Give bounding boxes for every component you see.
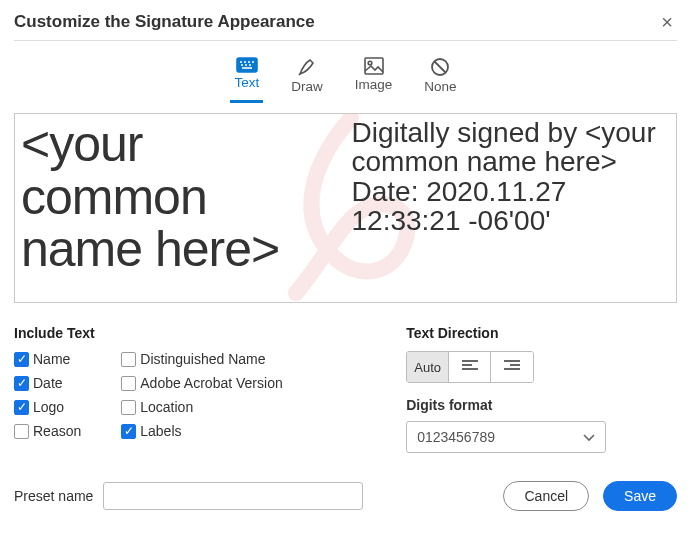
tab-draw[interactable]: Draw: [287, 55, 327, 103]
tab-image[interactable]: Image: [351, 55, 397, 103]
checkbox-date-label: Date: [33, 375, 63, 391]
tab-none-label: None: [424, 79, 456, 94]
text-direction-heading: Text Direction: [406, 325, 677, 341]
check-icon: ✓: [121, 424, 136, 439]
pen-icon: [297, 57, 317, 77]
align-right-icon: [504, 360, 520, 375]
none-icon: [430, 57, 450, 77]
checkbox-name-label: Name: [33, 351, 70, 367]
checkbox-empty-icon: [121, 376, 136, 391]
checkbox-empty-icon: [121, 352, 136, 367]
image-icon: [364, 57, 384, 75]
preview-details-text: Digitally signed by <your common name he…: [346, 114, 677, 302]
save-button[interactable]: Save: [603, 481, 677, 511]
text-direction-auto[interactable]: Auto: [407, 352, 449, 382]
signature-preview: <your common name here> Digitally signed…: [14, 113, 677, 303]
checkbox-dn-label: Distinguished Name: [140, 351, 265, 367]
checkbox-empty-icon: [14, 424, 29, 439]
checkbox-acrobat-version[interactable]: Adobe Acrobat Version: [121, 375, 282, 391]
checkbox-date[interactable]: ✓ Date: [14, 375, 81, 391]
checkbox-labels-label: Labels: [140, 423, 181, 439]
svg-line-12: [435, 62, 446, 73]
checkbox-reason-label: Reason: [33, 423, 81, 439]
check-icon: ✓: [14, 400, 29, 415]
svg-rect-9: [365, 58, 383, 74]
digits-format-select[interactable]: 0123456789: [406, 421, 606, 453]
svg-point-10: [368, 61, 372, 65]
checkbox-reason[interactable]: Reason: [14, 423, 81, 439]
checkbox-name[interactable]: ✓ Name: [14, 351, 81, 367]
checkbox-logo-label: Logo: [33, 399, 64, 415]
check-icon: ✓: [14, 352, 29, 367]
checkbox-distinguished-name[interactable]: Distinguished Name: [121, 351, 282, 367]
close-icon[interactable]: ×: [657, 10, 677, 34]
text-direction-rtl[interactable]: [491, 352, 533, 382]
checkbox-ver-label: Adobe Acrobat Version: [140, 375, 282, 391]
cancel-button[interactable]: Cancel: [503, 481, 589, 511]
checkbox-empty-icon: [121, 400, 136, 415]
checkbox-loc-label: Location: [140, 399, 193, 415]
checkbox-logo[interactable]: ✓ Logo: [14, 399, 81, 415]
preset-name-input[interactable]: [103, 482, 363, 510]
include-text-heading: Include Text: [14, 325, 366, 341]
tab-image-label: Image: [355, 77, 393, 92]
preset-name-label: Preset name: [14, 488, 93, 504]
digits-format-value: 0123456789: [417, 429, 495, 445]
tab-none[interactable]: None: [420, 55, 460, 103]
checkbox-location[interactable]: Location: [121, 399, 282, 415]
digits-format-heading: Digits format: [406, 397, 677, 413]
preview-name-text: <your common name here>: [15, 114, 346, 302]
check-icon: ✓: [14, 376, 29, 391]
dialog-title: Customize the Signature Appearance: [14, 12, 315, 32]
tab-text[interactable]: Text: [230, 55, 263, 103]
keyboard-icon: [236, 57, 258, 73]
tab-draw-label: Draw: [291, 79, 323, 94]
checkbox-labels[interactable]: ✓ Labels: [121, 423, 282, 439]
tab-text-label: Text: [234, 75, 259, 90]
chevron-down-icon: [583, 429, 595, 445]
text-direction-ltr[interactable]: [449, 352, 491, 382]
align-left-icon: [462, 360, 478, 375]
text-direction-group: Auto: [406, 351, 534, 383]
appearance-tabs: Text Draw Image: [14, 55, 677, 103]
